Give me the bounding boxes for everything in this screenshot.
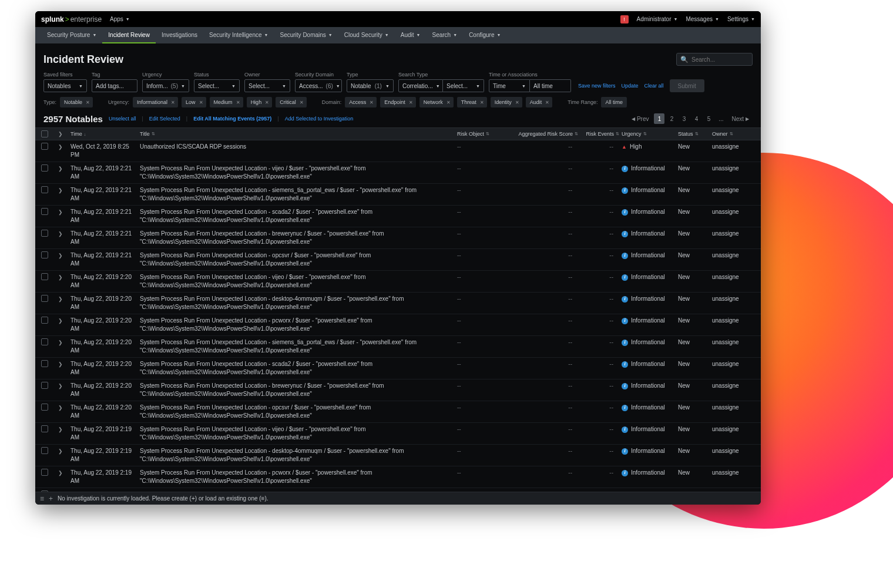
- table-row[interactable]: ❯Thu, Aug 22, 2019 2:20 AMSystem Process…: [35, 271, 761, 293]
- expand-row-icon[interactable]: ❯: [53, 295, 68, 303]
- nav-configure[interactable]: Configure▼: [463, 27, 506, 43]
- type-dropdown[interactable]: Notable(1)▼: [347, 79, 394, 92]
- row-checkbox[interactable]: [41, 338, 48, 345]
- add-icon[interactable]: +: [49, 495, 53, 503]
- pill-high[interactable]: High: [247, 97, 273, 107]
- pill-access[interactable]: Access: [345, 97, 377, 107]
- page-4[interactable]: 4: [691, 113, 701, 124]
- row-checkbox[interactable]: [41, 404, 48, 411]
- page-5[interactable]: 5: [703, 113, 714, 124]
- table-row[interactable]: ❯Thu, Aug 22, 2019 2:19 AMSystem Process…: [35, 445, 761, 466]
- pill-low[interactable]: Low: [182, 97, 206, 107]
- settings-menu[interactable]: Settings▼: [727, 16, 755, 22]
- list-icon[interactable]: ≡: [40, 495, 44, 503]
- pager-next[interactable]: Next▶: [728, 113, 753, 124]
- expand-row-icon[interactable]: ❯: [53, 164, 68, 173]
- expand-row-icon[interactable]: ❯: [53, 469, 68, 477]
- alert-badge[interactable]: !: [620, 15, 629, 23]
- select-all-checkbox[interactable]: [41, 130, 48, 137]
- expand-row-icon[interactable]: ❯: [53, 186, 68, 194]
- pill-endpoint[interactable]: Endpoint: [380, 97, 416, 107]
- table-row[interactable]: ❯Thu, Aug 22, 2019 2:20 AMSystem Process…: [35, 336, 761, 358]
- row-checkbox[interactable]: [41, 208, 48, 215]
- expand-row-icon[interactable]: ❯: [53, 317, 68, 325]
- table-row[interactable]: ❯Thu, Aug 22, 2019 2:20 AMSystem Process…: [35, 314, 761, 336]
- saved-filters-dropdown[interactable]: Notables▼: [43, 79, 87, 92]
- col-title[interactable]: Title⇅: [137, 131, 455, 137]
- col-status[interactable]: Status⇅: [676, 131, 710, 137]
- row-checkbox[interactable]: [41, 143, 48, 150]
- nav-security-posture[interactable]: Security Posture▼: [41, 27, 102, 43]
- tag-input[interactable]: Add tags...: [92, 79, 137, 92]
- search-box[interactable]: 🔍: [676, 53, 753, 66]
- expand-row-icon[interactable]: ❯: [53, 447, 68, 455]
- owner-dropdown[interactable]: Select...▼: [244, 79, 290, 92]
- pill-identity[interactable]: Identity: [491, 97, 522, 107]
- expand-row-icon[interactable]: ❯: [53, 208, 68, 216]
- save-new-filters-link[interactable]: Save new filters: [578, 83, 616, 89]
- table-row[interactable]: ❯Thu, Aug 22, 2019 2:21 AMSystem Process…: [35, 206, 761, 227]
- row-checkbox[interactable]: [41, 360, 48, 367]
- time-range-dropdown[interactable]: All time: [530, 79, 571, 92]
- row-checkbox[interactable]: [41, 425, 48, 432]
- row-checkbox[interactable]: [41, 382, 48, 389]
- add-to-investigation-link[interactable]: Add Selected to Investigation: [285, 116, 354, 122]
- table-row[interactable]: ❯Thu, Aug 22, 2019 2:20 AMSystem Process…: [35, 358, 761, 379]
- pill-threat[interactable]: Threat: [457, 97, 487, 107]
- table-row[interactable]: ❯Thu, Aug 22, 2019 2:21 AMSystem Process…: [35, 184, 761, 206]
- edit-all-matching-link[interactable]: Edit All Matching Events (2957): [193, 116, 271, 122]
- row-checkbox[interactable]: [41, 469, 48, 476]
- col-risk-object[interactable]: Risk Object⇅: [455, 131, 513, 137]
- nav-investigations[interactable]: Investigations: [156, 27, 203, 43]
- table-row[interactable]: ❯Thu, Aug 22, 2019 2:21 AMSystem Process…: [35, 162, 761, 184]
- expand-row-icon[interactable]: ❯: [53, 382, 68, 390]
- expand-row-icon[interactable]: ❯: [53, 143, 68, 151]
- row-checkbox[interactable]: [41, 317, 48, 324]
- pill-notable[interactable]: Notable: [60, 97, 93, 107]
- pill-network[interactable]: Network: [419, 97, 454, 107]
- table-row[interactable]: ❯Thu, Aug 22, 2019 2:20 AMSystem Process…: [35, 293, 761, 314]
- pill-audit[interactable]: Audit: [526, 97, 553, 107]
- expand-row-icon[interactable]: ❯: [53, 360, 68, 368]
- nav-cloud-security[interactable]: Cloud Security▼: [338, 27, 395, 43]
- expand-row-icon[interactable]: ❯: [53, 273, 68, 281]
- nav-security-intelligence[interactable]: Security Intelligence▼: [203, 27, 274, 43]
- nav-audit[interactable]: Audit▼: [395, 27, 427, 43]
- pill-informational[interactable]: Informational: [133, 97, 178, 107]
- pill-medium[interactable]: Medium: [210, 97, 243, 107]
- security-domain-dropdown[interactable]: Access...(6)▼: [295, 79, 342, 92]
- table-row[interactable]: ❯Thu, Aug 22, 2019 2:21 AMSystem Process…: [35, 227, 761, 249]
- expand-row-icon[interactable]: ❯: [53, 338, 68, 347]
- table-row[interactable]: ❯Thu, Aug 22, 2019 2:19 AMSystem Process…: [35, 466, 761, 488]
- pill-all-time[interactable]: All time: [601, 97, 627, 107]
- page-1[interactable]: 1: [654, 113, 664, 124]
- row-checkbox[interactable]: [41, 164, 48, 172]
- row-checkbox[interactable]: [41, 251, 48, 258]
- table-row[interactable]: ❯Wed, Oct 2, 2019 8:25 PMUnauthorized IC…: [35, 140, 761, 162]
- nav-incident-review[interactable]: Incident Review: [102, 27, 156, 43]
- page-3[interactable]: 3: [679, 113, 689, 124]
- table-row[interactable]: ❯Thu, Aug 22, 2019 2:20 AMSystem Process…: [35, 379, 761, 401]
- nav-search[interactable]: Search▼: [427, 27, 464, 43]
- expand-row-icon[interactable]: ❯: [53, 230, 68, 238]
- row-checkbox[interactable]: [41, 273, 48, 280]
- row-checkbox[interactable]: [41, 295, 48, 302]
- table-row[interactable]: ❯Thu, Aug 22, 2019 2:20 AMSystem Process…: [35, 401, 761, 423]
- submit-button[interactable]: Submit: [670, 79, 704, 92]
- col-risk-events[interactable]: Risk Events⇅: [578, 131, 619, 137]
- table-row[interactable]: ❯Thu, Aug 22, 2019 2:19 AMSystem Process…: [35, 423, 761, 445]
- pill-critical[interactable]: Critical: [276, 97, 307, 107]
- row-checkbox[interactable]: [41, 186, 48, 193]
- urgency-dropdown[interactable]: Inform...(5)▼: [142, 79, 189, 92]
- unselect-all-link[interactable]: Unselect all: [109, 116, 136, 122]
- admin-menu[interactable]: Administrator▼: [637, 16, 678, 22]
- time-assoc-dropdown[interactable]: Time▼: [489, 79, 530, 92]
- row-checkbox[interactable]: [41, 230, 48, 237]
- pager-prev[interactable]: ◀Prev: [628, 113, 653, 124]
- search-type-dropdown[interactable]: Correlatio...▼: [398, 79, 443, 92]
- row-checkbox[interactable]: [41, 447, 48, 454]
- edit-selected-link[interactable]: Edit Selected: [149, 116, 180, 122]
- update-link[interactable]: Update: [622, 83, 639, 89]
- search-type-secondary-dropdown[interactable]: Select...▼: [443, 79, 484, 92]
- status-dropdown[interactable]: Select...▼: [194, 79, 240, 92]
